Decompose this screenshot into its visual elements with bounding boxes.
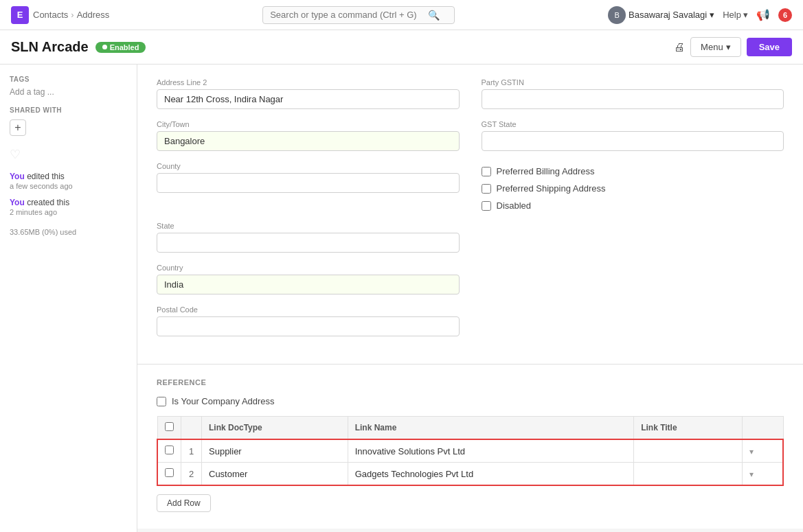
activity-who-2: You bbox=[10, 198, 25, 207]
search-bar[interactable]: 🔍 bbox=[262, 6, 455, 24]
row2-dropdown-icon[interactable]: ▾ bbox=[749, 470, 754, 479]
county-input[interactable] bbox=[157, 173, 460, 193]
status-dot bbox=[102, 45, 107, 49]
user-chevron-icon: ▾ bbox=[710, 10, 714, 20]
row2-check-cell[interactable] bbox=[157, 463, 181, 486]
county-checkboxes-row: County Preferred Billing Address Preferr… bbox=[157, 162, 784, 211]
county-label: County bbox=[157, 162, 460, 170]
row1-dropdown-icon[interactable]: ▾ bbox=[749, 447, 754, 456]
th-num bbox=[181, 417, 202, 440]
select-all-checkbox[interactable] bbox=[165, 422, 174, 431]
layout: TAGS Add a tag ... SHARED WITH + ♡ You e… bbox=[0, 65, 803, 532]
row1-dropdown-cell[interactable]: ▾ bbox=[743, 439, 783, 463]
breadcrumb: Contacts › Address bbox=[33, 10, 109, 20]
th-link-name: Link Name bbox=[348, 417, 634, 440]
preferred-billing-label: Preferred Billing Address bbox=[497, 166, 595, 176]
menu-button[interactable]: Menu ▾ bbox=[690, 37, 741, 57]
company-address-label: Is Your Company Address bbox=[172, 396, 275, 406]
storage-info: 33.65MB (0%) used bbox=[10, 228, 127, 236]
country-input[interactable] bbox=[157, 275, 460, 294]
city-gst-row: City/Town GST State bbox=[157, 120, 784, 151]
notification-icon[interactable]: 📢 bbox=[756, 8, 770, 21]
row1-linkname-cell[interactable]: Innovative Solutions Pvt Ltd bbox=[348, 439, 634, 463]
country-col: Country bbox=[157, 264, 460, 294]
disabled-checkbox-item[interactable]: Disabled bbox=[482, 200, 784, 211]
tags-label: TAGS bbox=[10, 76, 127, 83]
nav-right: B Basawaraj Savalagi ▾ Help ▾ 📢 6 bbox=[608, 6, 792, 24]
add-shared-button[interactable]: + bbox=[10, 119, 26, 136]
print-button[interactable]: 🖨 bbox=[674, 41, 685, 54]
postal-input[interactable] bbox=[157, 316, 460, 336]
preferred-billing-checkbox-item[interactable]: Preferred Billing Address bbox=[482, 166, 784, 176]
disabled-label: Disabled bbox=[497, 200, 532, 211]
address-line2-col: Address Line 2 bbox=[157, 78, 460, 109]
party-gstin-input[interactable] bbox=[482, 89, 784, 109]
preferred-shipping-checkbox[interactable] bbox=[482, 184, 491, 194]
activity-entry: You created this 2 minutes ago bbox=[10, 198, 127, 217]
row2-linktitle-cell[interactable] bbox=[634, 463, 743, 486]
address-line2-input[interactable] bbox=[157, 89, 460, 109]
postal-label: Postal Code bbox=[157, 305, 460, 314]
state-label: State bbox=[157, 222, 460, 230]
add-tag[interactable]: Add a tag ... bbox=[10, 87, 127, 97]
gst-state-label: GST State bbox=[482, 120, 784, 128]
preferred-billing-checkbox[interactable] bbox=[482, 167, 491, 176]
th-link-title: Link Title bbox=[634, 417, 743, 440]
notification-badge: 6 bbox=[778, 8, 792, 22]
row1-check-cell[interactable] bbox=[157, 439, 181, 463]
activity-entry: You edited this a few seconds ago bbox=[10, 172, 127, 191]
row1-doctype-cell[interactable]: Supplier bbox=[202, 439, 348, 463]
th-check bbox=[157, 417, 181, 440]
nav-left: E Contacts › Address bbox=[11, 6, 109, 24]
th-link-doctype: Link DocType bbox=[202, 417, 348, 440]
search-input[interactable] bbox=[270, 10, 428, 20]
table-header-row: Link DocType Link Name Link Title bbox=[157, 417, 783, 440]
reference-section: REFERENCE Is Your Company Address Link D… bbox=[137, 365, 803, 529]
row2-checkbox[interactable] bbox=[165, 468, 174, 477]
breadcrumb-contacts[interactable]: Contacts bbox=[33, 10, 68, 20]
header-actions: 🖨 Menu ▾ Save bbox=[674, 37, 792, 57]
country-right-empty bbox=[482, 264, 784, 294]
company-address-row[interactable]: Is Your Company Address bbox=[157, 396, 784, 406]
state-col: State bbox=[157, 222, 460, 253]
row2-doctype-cell[interactable]: Customer bbox=[202, 463, 348, 486]
activity-when-1: a few seconds ago bbox=[10, 182, 73, 190]
row1-linktitle-cell[interactable] bbox=[634, 439, 743, 463]
preferred-shipping-checkbox-item[interactable]: Preferred Shipping Address bbox=[482, 183, 784, 194]
th-actions bbox=[743, 417, 783, 440]
add-row-button[interactable]: Add Row bbox=[157, 494, 211, 512]
postal-row: Postal Code bbox=[157, 305, 784, 336]
help-label: Help bbox=[723, 10, 741, 20]
disabled-checkbox[interactable] bbox=[482, 201, 491, 211]
city-col: City/Town bbox=[157, 120, 460, 151]
row2-dropdown-cell[interactable]: ▾ bbox=[743, 463, 783, 486]
table-body-highlighted: 1 Supplier Innovative Solutions Pvt Ltd … bbox=[157, 439, 783, 485]
save-button[interactable]: Save bbox=[747, 38, 792, 56]
help-menu[interactable]: Help ▾ bbox=[723, 10, 748, 20]
gst-state-input[interactable] bbox=[482, 131, 784, 151]
user-menu[interactable]: B Basawaraj Savalagi ▾ bbox=[608, 6, 714, 24]
main-content: Address Line 2 Party GSTIN City/Town GST… bbox=[137, 65, 803, 532]
reference-table: Link DocType Link Name Link Title 1 Supp… bbox=[157, 416, 784, 486]
page-title: SLN Arcade bbox=[11, 39, 89, 55]
party-gstin-label: Party GSTIN bbox=[482, 78, 784, 86]
status-label: Enabled bbox=[110, 43, 139, 51]
favorite-icon[interactable]: ♡ bbox=[10, 147, 127, 162]
state-row: State bbox=[157, 222, 784, 253]
activity-action-1: edited this bbox=[27, 172, 65, 181]
shared-with-label: SHARED WITH bbox=[10, 106, 127, 114]
party-gstin-col: Party GSTIN bbox=[482, 78, 784, 109]
row2-linkname-cell[interactable]: Gadgets Technologies Pvt Ltd bbox=[348, 463, 634, 486]
menu-chevron-icon: ▾ bbox=[726, 42, 731, 52]
help-chevron-icon: ▾ bbox=[743, 10, 748, 20]
row1-num-cell: 1 bbox=[181, 439, 202, 463]
state-input[interactable] bbox=[157, 233, 460, 253]
city-input[interactable] bbox=[157, 131, 460, 151]
app-icon[interactable]: E bbox=[11, 6, 29, 24]
breadcrumb-address[interactable]: Address bbox=[77, 10, 110, 20]
activity-action-2: created this bbox=[27, 198, 69, 207]
row2-num-cell: 2 bbox=[181, 463, 202, 486]
company-address-checkbox[interactable] bbox=[157, 397, 166, 406]
postal-col: Postal Code bbox=[157, 305, 460, 336]
row1-checkbox[interactable] bbox=[165, 446, 174, 454]
